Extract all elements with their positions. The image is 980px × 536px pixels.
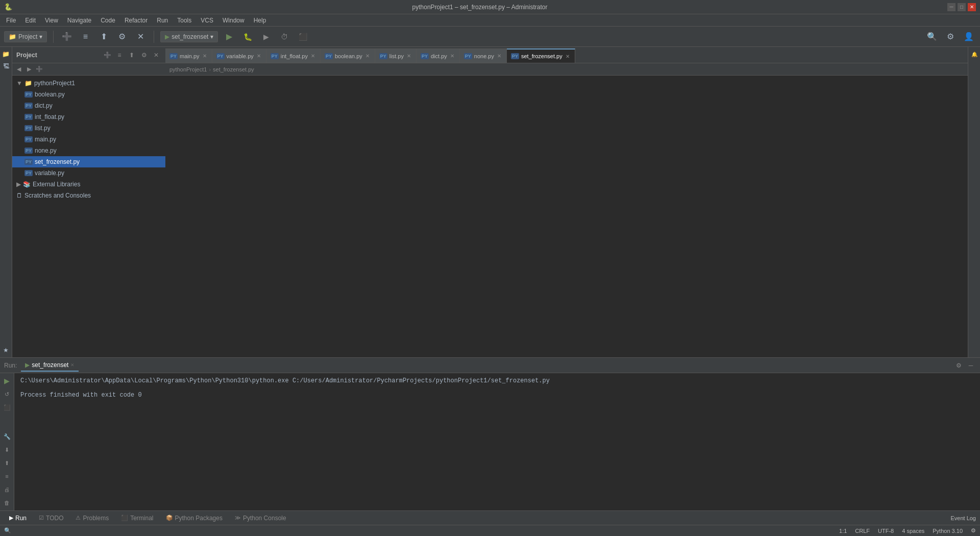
editor-content[interactable]: [165, 76, 968, 357]
menu-code[interactable]: Code: [96, 16, 119, 25]
coverage-button[interactable]: ▶: [259, 30, 273, 44]
tree-item-none[interactable]: PY none.py: [12, 145, 165, 156]
tree-item-external-libs[interactable]: ▶ 📚 External Libraries: [12, 179, 165, 190]
menu-view[interactable]: View: [41, 16, 62, 25]
nav-forward-button[interactable]: ▶: [24, 65, 34, 74]
breadcrumb-file[interactable]: set_frozenset.py: [213, 66, 254, 72]
menu-file[interactable]: File: [2, 16, 20, 25]
run-tab-set-frozenset[interactable]: ▶ set_frozenset ✕: [21, 359, 79, 372]
bottom-tab-python-packages[interactable]: 📦 Python Packages: [161, 514, 228, 523]
tab-close-int-float[interactable]: ✕: [310, 53, 316, 59]
run-play-button[interactable]: ▶: [2, 375, 13, 386]
menu-run[interactable]: Run: [153, 16, 172, 25]
run-trash-button[interactable]: 🗑: [2, 497, 13, 508]
tab-int-float[interactable]: PY int_float.py ✕: [266, 48, 321, 63]
run-config-dropdown[interactable]: ▶ set_frozenset ▾: [160, 31, 218, 42]
collapse-button[interactable]: ≡: [78, 30, 92, 44]
menu-help[interactable]: Help: [250, 16, 271, 25]
panel-settings-button[interactable]: ⚙: [953, 360, 964, 371]
tab-set-frozenset[interactable]: PY set_frozenset.py ✕: [507, 48, 575, 63]
sidebar-expand-button[interactable]: ⬆: [127, 50, 137, 60]
menu-refactor[interactable]: Refactor: [120, 16, 152, 25]
nav-add-button[interactable]: ➕: [35, 65, 44, 74]
status-python-version[interactable]: Python 3.10: [933, 528, 963, 534]
settings-gear-button[interactable]: ⚙: [943, 30, 958, 44]
menu-edit[interactable]: Edit: [21, 16, 40, 25]
run-up-button[interactable]: ⬆: [2, 457, 13, 469]
tab-boolean[interactable]: PY boolean.py ✕: [321, 48, 375, 63]
menu-window[interactable]: Window: [218, 16, 249, 25]
menu-tools[interactable]: Tools: [173, 16, 195, 25]
run-down-button[interactable]: ⬇: [2, 444, 13, 455]
tab-dict[interactable]: PY dict.py ✕: [416, 48, 460, 63]
user-button[interactable]: 👤: [962, 30, 976, 44]
sidebar-collapse-button[interactable]: ≡: [114, 50, 125, 60]
status-line-ending[interactable]: CRLF: [855, 528, 870, 534]
bottom-tab-terminal[interactable]: ⬛ Terminal: [116, 514, 158, 523]
tab-close-boolean[interactable]: ✕: [364, 53, 371, 59]
run-wrench-button[interactable]: 🔧: [2, 431, 13, 442]
structure-icon[interactable]: 🏗: [1, 61, 11, 71]
tree-item-set-frozenset[interactable]: PY set_frozenset.py: [12, 156, 165, 167]
tree-item-scratches[interactable]: 🗒 Scratches and Consoles: [12, 190, 165, 201]
project-dropdown[interactable]: 📁 Project ▾: [4, 31, 47, 42]
tab-main[interactable]: PY main.py ✕: [165, 48, 212, 63]
tree-item-int-float[interactable]: PY int_float.py: [12, 111, 165, 123]
tab-close-list[interactable]: ✕: [406, 53, 412, 59]
status-search-icon[interactable]: 🔍: [4, 527, 11, 534]
tab-none[interactable]: PY none.py ✕: [460, 48, 507, 63]
maximize-button[interactable]: □: [958, 3, 966, 11]
menu-vcs[interactable]: VCS: [197, 16, 217, 25]
debug-button[interactable]: 🐛: [240, 30, 255, 44]
run-print-button[interactable]: 🖨: [2, 484, 13, 495]
project-root-item[interactable]: ▼ 📁 pythonProject1: [12, 78, 165, 89]
status-position[interactable]: 1:1: [839, 528, 847, 534]
bottom-tab-run[interactable]: ▶ Run: [4, 514, 32, 523]
panel-minimize-button[interactable]: ─: [966, 360, 976, 371]
run-tab-close[interactable]: ✕: [70, 362, 75, 368]
search-everywhere-button[interactable]: 🔍: [925, 30, 939, 44]
tree-item-list[interactable]: PY list.py: [12, 123, 165, 134]
bottom-tab-todo[interactable]: ☑ TODO: [34, 514, 68, 523]
tree-item-boolean[interactable]: PY boolean.py: [12, 89, 165, 100]
tab-variable[interactable]: PY variable.py ✕: [212, 48, 266, 63]
tab-label-list: list.py: [389, 53, 404, 59]
tab-close-main[interactable]: ✕: [202, 53, 208, 59]
close-button[interactable]: ✕: [968, 3, 976, 11]
tree-item-dict[interactable]: PY dict.py: [12, 100, 165, 111]
run-list-button[interactable]: ≡: [2, 471, 13, 482]
project-icon[interactable]: 📁: [1, 49, 11, 59]
sidebar-close-button[interactable]: ✕: [151, 50, 161, 60]
tab-close-variable[interactable]: ✕: [256, 53, 262, 59]
add-file-button[interactable]: ➕: [60, 30, 74, 44]
close-panel-button[interactable]: ✕: [133, 30, 148, 44]
nav-back-button[interactable]: ◀: [14, 65, 23, 74]
favorites-icon[interactable]: ★: [1, 345, 11, 355]
run-rerun-button[interactable]: ↺: [2, 388, 13, 400]
tab-close-none[interactable]: ✕: [496, 53, 502, 59]
tree-item-variable[interactable]: PY variable.py: [12, 167, 165, 179]
sidebar-settings-button[interactable]: ⚙: [139, 50, 149, 60]
right-icon-1[interactable]: 🔔: [969, 49, 979, 59]
settings-button[interactable]: ⚙: [115, 30, 129, 44]
bottom-tab-problems[interactable]: ⚠ Problems: [70, 514, 114, 523]
expand-button[interactable]: ⬆: [96, 30, 111, 44]
minimize-button[interactable]: ─: [947, 3, 955, 11]
breadcrumb-project[interactable]: pythonProject1: [169, 66, 207, 72]
run-button[interactable]: ▶: [222, 30, 236, 44]
status-settings-icon[interactable]: ⚙: [971, 527, 976, 534]
console-output[interactable]: C:\Users\Administrator\AppData\Local\Pro…: [14, 373, 980, 510]
status-indent[interactable]: 4 spaces: [902, 528, 924, 534]
sidebar-add-button[interactable]: ➕: [102, 50, 112, 60]
tree-item-main[interactable]: PY main.py: [12, 134, 165, 145]
run-stop-button[interactable]: ⬛: [2, 402, 13, 413]
status-encoding[interactable]: UTF-8: [878, 528, 894, 534]
event-log-link[interactable]: Event Log: [950, 515, 976, 521]
tab-list[interactable]: PY list.py ✕: [375, 48, 416, 63]
tab-close-dict[interactable]: ✕: [449, 53, 455, 59]
stop-button[interactable]: ⬛: [296, 30, 310, 44]
bottom-tab-python-console[interactable]: ≫ Python Console: [230, 514, 291, 523]
profile-button[interactable]: ⏱: [277, 30, 291, 44]
tab-close-set-frozenset[interactable]: ✕: [565, 53, 571, 60]
menu-navigate[interactable]: Navigate: [63, 16, 95, 25]
